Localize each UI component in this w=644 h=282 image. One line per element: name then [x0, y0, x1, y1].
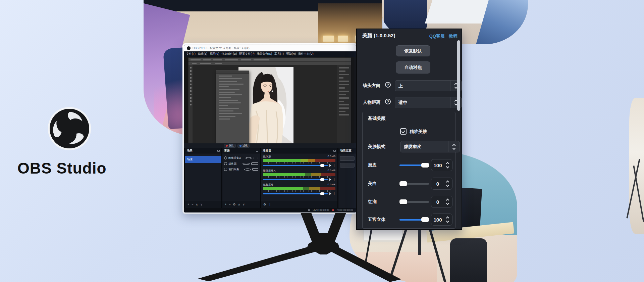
volume-slider[interactable]	[263, 165, 328, 166]
transitions-dock-title: 场景过渡	[340, 149, 352, 153]
properties-icon	[226, 145, 228, 147]
eye-icon[interactable]	[244, 169, 251, 171]
channel-menu-icon[interactable]: ⋮	[333, 164, 335, 167]
scene-list-item[interactable]: 场景	[185, 156, 221, 163]
audio-meter	[263, 173, 335, 176]
qq-support-link[interactable]: QQ客服	[429, 33, 445, 39]
precise-skin-checkbox[interactable]	[400, 128, 407, 135]
media-source-icon	[224, 162, 227, 165]
transition-duration[interactable]	[340, 163, 355, 168]
rosy-value-box[interactable]: 0	[431, 196, 452, 208]
scenes-dock-title: 场景	[187, 149, 193, 153]
panel-scrollbar[interactable]	[457, 40, 460, 111]
facial-3d-slider[interactable]	[399, 219, 429, 221]
spinner-icon[interactable]	[444, 162, 451, 168]
mixer-menu-button[interactable]: ⋮	[268, 203, 271, 206]
autofocus-button[interactable]: 自动对焦	[396, 61, 430, 74]
menu-item-help[interactable]: 帮助(H)	[286, 52, 296, 56]
menu-item-file[interactable]: 文件(F)	[186, 52, 196, 56]
ps-canvas	[193, 65, 337, 144]
scene-down-button[interactable]: ∨	[200, 203, 203, 206]
source-properties-button[interactable]: 属性	[224, 144, 236, 148]
source-row[interactable]: 窗口采集	[222, 167, 260, 172]
transition-select[interactable]	[340, 156, 355, 161]
popout-icon[interactable]	[256, 150, 258, 152]
popout-icon[interactable]	[333, 150, 336, 152]
obs-logo-icon	[47, 106, 92, 151]
slider-handle[interactable]	[399, 199, 407, 204]
add-scene-button[interactable]: +	[187, 203, 189, 206]
speaker-icon[interactable]	[329, 192, 331, 195]
source-settings-button[interactable]: ⚙	[233, 203, 236, 206]
slider-handle[interactable]	[399, 181, 407, 186]
skin-mode-select[interactable]: 朦胧磨皮	[400, 141, 460, 152]
mixer-channel: 媒体源0.0 dB ⋮	[263, 155, 335, 167]
eye-icon[interactable]	[246, 157, 252, 159]
smoothing-slider[interactable]	[399, 164, 429, 166]
tutorial-link[interactable]: 教程	[449, 33, 458, 39]
smoothing-value-box[interactable]: 100	[431, 159, 452, 171]
restore-defaults-button[interactable]: 恢复默认	[396, 45, 430, 56]
rosy-slider[interactable]	[399, 201, 429, 203]
menu-item-tools[interactable]: 工具(T)	[274, 52, 284, 56]
rosy-slider-row: 红润 0	[363, 196, 456, 208]
channel-menu-icon[interactable]: ⋮	[333, 192, 335, 195]
mixer-settings-button[interactable]: ⚙	[263, 203, 266, 206]
filters-icon	[239, 145, 241, 147]
menu-item-view[interactable]: 视图(V)	[210, 52, 219, 56]
audio-meter	[263, 159, 335, 162]
menu-item-docks[interactable]: 停靠部件(D)	[222, 52, 237, 56]
whitening-value-box[interactable]: 0	[431, 178, 452, 190]
sources-dock-title: 来源	[224, 149, 230, 153]
help-icon[interactable]: ?	[385, 99, 391, 104]
volume-slider[interactable]	[263, 179, 328, 180]
lock-icon[interactable]	[252, 168, 258, 171]
spinner-icon[interactable]	[448, 141, 460, 152]
ps-panels-column	[337, 65, 351, 144]
add-source-button[interactable]: +	[225, 203, 226, 206]
menu-item-scene-collection[interactable]: 场景集合(S)	[257, 52, 272, 56]
slider-handle[interactable]	[421, 217, 429, 222]
speaker-icon[interactable]	[329, 178, 331, 181]
record-status-icon	[332, 209, 334, 211]
popout-icon[interactable]	[217, 150, 220, 152]
remove-scene-button[interactable]: −	[192, 203, 193, 206]
source-row[interactable]: 图像采集A	[222, 155, 260, 161]
audio-meter	[263, 187, 335, 190]
sources-dock: 来源 图像采集A 媒体源	[222, 148, 260, 208]
panel-title: 美颜 (1.0.0.52)	[362, 33, 395, 39]
spinner-icon[interactable]	[444, 181, 451, 186]
slider-handle[interactable]	[421, 163, 429, 168]
remove-source-button[interactable]: −	[229, 203, 230, 206]
menu-item-plugin-center[interactable]: 插件中心(U)	[298, 52, 314, 56]
ps-options-bar	[189, 58, 351, 62]
checkmark-icon	[401, 129, 406, 133]
lens-direction-select[interactable]: 上	[395, 80, 462, 91]
basic-beauty-group: 基础美颜 精准美肤 美肤模式 朦胧磨皮 磨皮 100 美白	[362, 112, 455, 229]
lock-icon[interactable]	[253, 157, 258, 159]
source-down-button[interactable]: ∨	[243, 203, 245, 206]
panel-links: QQ客服 教程	[429, 33, 458, 39]
source-up-button[interactable]: ∧	[238, 203, 240, 206]
help-icon[interactable]: ?	[385, 82, 391, 88]
spinner-icon[interactable]	[444, 199, 451, 204]
eye-icon[interactable]	[243, 163, 250, 165]
source-row[interactable]: 媒体源	[222, 161, 260, 167]
menu-item-edit[interactable]: 编辑(E)	[198, 52, 207, 56]
speaker-icon[interactable]	[329, 164, 331, 167]
stream-status-icon	[308, 209, 310, 211]
spinner-icon[interactable]	[444, 217, 451, 222]
monitor: OBS 29.1.3 - 配置文件: 未命名 - 场景: 未命名 文件(F) 编…	[182, 43, 358, 214]
whitening-slider[interactable]	[399, 183, 429, 185]
transitions-dock: 场景过渡	[338, 148, 356, 208]
facial-3d-value-box[interactable]: 100	[431, 214, 452, 226]
background-photo-sliver	[629, 98, 644, 234]
source-filters-button[interactable]: 滤镜	[237, 144, 250, 148]
channel-menu-icon[interactable]: ⋮	[333, 178, 335, 181]
lock-icon[interactable]	[251, 162, 258, 165]
volume-slider[interactable]	[263, 193, 328, 194]
scene-up-button[interactable]: ∧	[196, 203, 198, 206]
menu-item-profile[interactable]: 配置文件(P)	[239, 52, 254, 56]
subject-distance-select[interactable]: 适中	[395, 97, 462, 108]
ps-toolbar-row	[189, 62, 351, 65]
